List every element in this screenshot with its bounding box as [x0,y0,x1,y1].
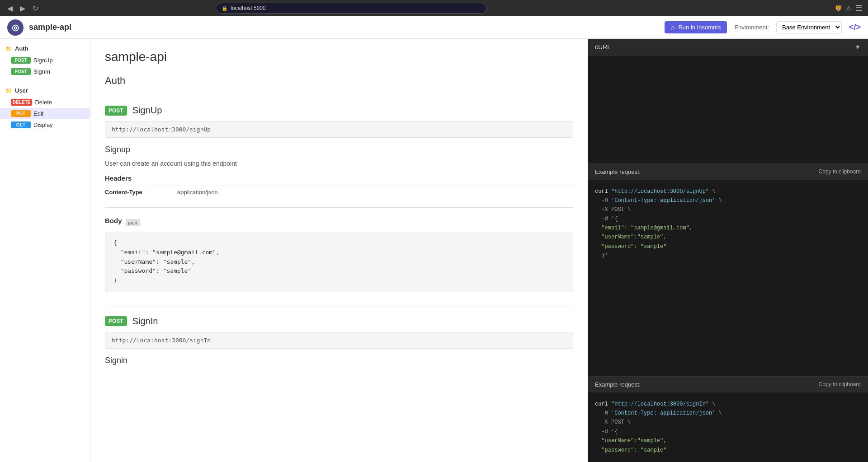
address-bar[interactable]: 🔒 localhost:5000 [216,3,487,14]
curl-val-password: "sample" [641,243,667,250]
header-key-content-type: Content-Type [105,189,177,196]
curl-key-email: "email": [595,225,631,231]
example-label-signup: Example request: [595,168,641,175]
curl-d-open: -d '{ [595,216,618,222]
example-block-signin: Example request: Copy to clipboard curl … [588,376,868,462]
divider-between [105,307,573,307]
curl-h-flag-s: -H [595,410,611,416]
subsection-title-signin: Signin [105,356,573,365]
curl-key-username: "userName": [595,234,637,240]
body-title-signup: Body [105,217,122,224]
sidebar-group-auth[interactable]: 📁 Auth [0,42,90,55]
header-right: ▷ Run in Insomnia Environment: Base Envi… [665,21,861,33]
url-text: localhost:5000 [231,5,265,11]
curl-h-flag: -H [595,197,611,204]
method-badge-post-signup: POST [11,57,31,64]
empty-space-middle [588,268,868,376]
sidebar-item-signup[interactable]: POST SignUp [0,55,90,66]
folder-icon-auth: 📁 [5,46,12,52]
sidebar-label-signin: SignIn [33,68,50,75]
method-large-post-signup: POST [105,106,127,116]
sidebar: 📁 Auth POST SignUp POST SignIn 📁 User DE… [0,39,90,462]
sidebar-section-auth: 📁 Auth POST SignUp POST SignIn [0,39,90,81]
main-layout: 📁 Auth POST SignUp POST SignIn 📁 User DE… [0,39,868,462]
curl-backslash-s2: \ [715,410,722,416]
example-label-signin: Example request: [595,381,641,388]
divider-headers [105,207,573,208]
description-signup: User can create an account using this en… [105,160,573,167]
sidebar-item-display[interactable]: GET Display [0,119,90,131]
sidebar-group-user[interactable]: 📁 User [0,84,90,97]
divider-auth [105,96,573,96]
sidebar-label-edit: Edit [33,110,43,117]
browser-menu[interactable]: ☰ [855,3,863,13]
endpoint-signup: POST SignUp http://localhost:3000/signUp… [105,105,573,292]
app-header: ◎ sample-api ▷ Run in Insomnia Environme… [0,16,868,39]
curl-x-post: -X POST \ [595,206,631,213]
run-icon: ▷ [671,24,675,31]
body-title-row-signup: Body json [105,217,573,228]
curl-key-password-s: "password": [595,447,641,453]
curl-title: cURL [595,43,611,51]
curl-x-post-s: -X POST \ [595,419,631,425]
folder-icon-user: 📁 [5,88,12,94]
section-title-auth: Auth [105,75,573,87]
curl-url-signin: "http://localhost:3000/signIn" [611,401,709,407]
method-large-post-signin: POST [105,316,127,326]
curl-cmd-signup: curl [595,188,611,195]
run-insomnia-button[interactable]: ▷ Run in Insomnia [665,21,727,33]
curl-key-password: "password": [595,243,641,250]
empty-space-top [588,56,868,163]
example-block-signup: Example request: Copy to clipboard curl … [588,163,868,268]
app-logo: ◎ [7,19,24,36]
endpoint-name-signin: SignIn [132,316,158,327]
sidebar-label-signup: SignUp [33,57,53,64]
example-header-signup: Example request: Copy to clipboard [588,164,868,180]
curl-header: cURL ▼ [588,39,868,56]
sidebar-section-user: 📁 User DELETE Delete PUT Edit GET Displa… [0,81,90,134]
curl-chevron-icon[interactable]: ▼ [854,43,861,51]
endpoint-header-signup: POST SignUp [105,105,573,116]
sidebar-group-auth-label: Auth [15,45,28,52]
sidebar-item-delete[interactable]: DELETE Delete [0,97,90,108]
curl-val-username: "sample" [637,234,664,240]
sidebar-label-delete: Delete [35,99,52,106]
back-button[interactable]: ◀ [5,2,14,14]
sidebar-group-user-label: User [15,87,28,94]
reload-button[interactable]: ↻ [31,2,40,14]
page-title: sample-api [105,50,573,64]
sidebar-item-signin[interactable]: POST SignIn [0,66,90,77]
copy-button-signup[interactable]: Copy to clipboard [819,168,861,175]
example-code-signin: curl "http://localhost:3000/signIn" \ -H… [588,392,868,462]
example-code-signup: curl "http://localhost:3000/signUp" \ -H… [588,180,868,268]
copy-button-signin[interactable]: Copy to clipboard [819,381,861,387]
header-val-content-type: application/json [177,189,218,196]
lock-icon: 🔒 [222,5,228,11]
body-badge-signup: json [126,219,140,226]
method-badge-put: PUT [11,110,31,117]
curl-val-email: "sample@gmail.com" [631,225,689,231]
browser-actions: 🦁 ⚠ [835,5,852,12]
headers-title-signup: Headers [105,174,573,182]
brave-icon: 🦁 [835,5,842,12]
sidebar-item-edit[interactable]: PUT Edit [0,108,90,119]
sidebar-label-display: Display [33,121,53,128]
main-content: sample-api Auth POST SignUp http://local… [90,39,588,462]
alert-icon: ⚠ [846,5,852,12]
forward-button[interactable]: ▶ [18,2,27,14]
curl-backslash-2: \ [715,197,722,204]
example-header-signin: Example request: Copy to clipboard [588,377,868,392]
environment-select[interactable]: Base Environment [776,21,842,33]
method-badge-delete: DELETE [11,99,32,106]
curl-backslash-s1: \ [709,401,715,407]
code-block-signup: { "email": "sample@gmail.com", "userName… [105,232,573,292]
curl-d-close: }' [595,252,608,259]
header-row-content-type: Content-Type application/json [105,186,573,198]
curl-cmd-signin: curl [595,401,611,407]
method-badge-post-signin: POST [11,68,31,75]
endpoint-header-signin: POST SignIn [105,316,573,327]
curl-content-type-val-s: 'Content-Type: application/json' [611,410,715,416]
curl-backslash-1: \ [709,188,715,195]
code-icon[interactable]: </> [849,23,861,32]
url-box-signin: http://localhost:3000/signIn [105,332,573,349]
